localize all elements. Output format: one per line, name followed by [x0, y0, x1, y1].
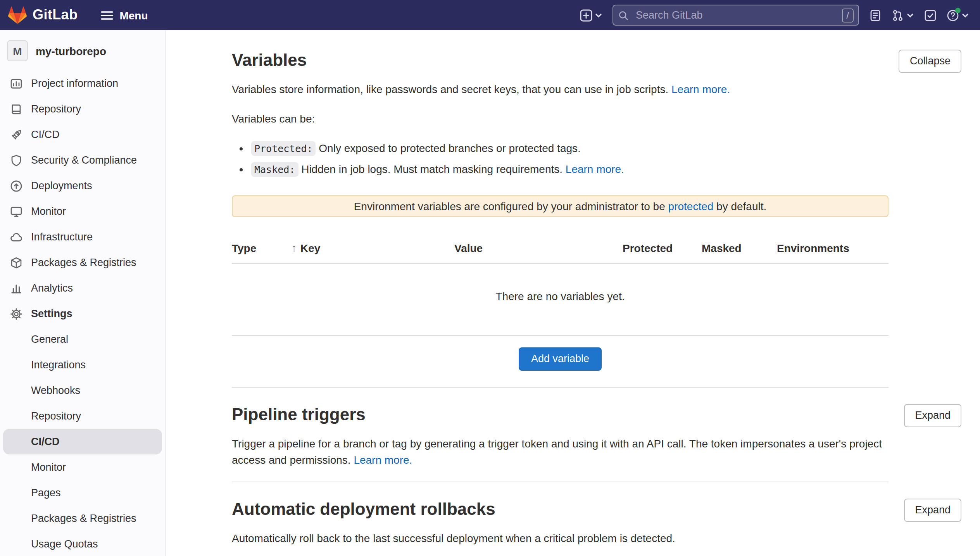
gitlab-app: GitLab Menu [0, 0, 980, 556]
variables-learn-more-link[interactable]: Learn more. [671, 83, 730, 95]
global-search[interactable]: / [612, 5, 859, 26]
sidebar-item-label: Infrastructure [31, 231, 93, 243]
sidebar-subitem-packages-registries[interactable]: Packages & Registries [0, 506, 165, 531]
masked-code-chip: Masked: [251, 162, 298, 177]
sidebar-subitem-repository[interactable]: Repository [0, 403, 165, 429]
protected-by-default-alert: Environment variables are configured by … [232, 195, 889, 217]
gitlab-wordmark: GitLab [33, 7, 78, 23]
sidebar-subitem-general[interactable]: General [0, 326, 165, 352]
shield-icon [10, 154, 22, 166]
variables-table-header: Type ↑ Key Value Protected Masked Enviro… [232, 233, 889, 263]
column-header-type: Type [232, 242, 292, 254]
new-menu-button[interactable] [580, 9, 602, 21]
protected-bullet-text: Only exposed to protected branches or pr… [319, 142, 581, 154]
help-menu-button[interactable] [947, 9, 969, 21]
variables-intro-text: Variables store information, like passwo… [232, 83, 668, 95]
chevron-down-icon [595, 11, 602, 19]
variables-section: Variables Variables store information, l… [232, 50, 961, 387]
sidebar-item-deployments[interactable]: Deployments [0, 173, 165, 199]
section-divider [232, 481, 889, 482]
variables-can-be-label: Variables can be: [232, 111, 889, 127]
column-header-protected: Protected [623, 242, 702, 254]
alert-text: by default. [716, 200, 766, 212]
expand-rollbacks-button[interactable]: Expand [904, 498, 961, 521]
sidebar-item-project-information[interactable]: Project information [0, 71, 165, 96]
issues-button[interactable] [869, 9, 882, 21]
project-name: my-turborepo [36, 45, 106, 57]
project-avatar: M [7, 40, 28, 61]
expand-pipeline-triggers-button[interactable]: Expand [904, 404, 961, 427]
column-header-masked: Masked [702, 242, 777, 254]
sidebar-item-packages-registries[interactable]: Packages & Registries [0, 250, 165, 275]
search-input[interactable] [634, 9, 836, 22]
chevron-down-icon [961, 11, 969, 19]
menu-label: Menu [119, 9, 148, 21]
sort-ascending-icon: ↑ [292, 242, 297, 254]
sidebar-item-settings[interactable]: Settings [0, 301, 165, 326]
sidebar-item-analytics[interactable]: Analytics [0, 275, 165, 301]
sidebar-item-repository[interactable]: Repository [0, 96, 165, 122]
deployments-icon [10, 180, 22, 192]
sidebar-item-label: Project information [31, 78, 118, 89]
sidebar-item-label: Repository [31, 103, 81, 115]
sidebar-item-label: Packages & Registries [31, 257, 136, 268]
menu-icon [101, 9, 113, 21]
sidebar-subitem-monitor[interactable]: Monitor [0, 454, 165, 480]
main-content: Variables Variables store information, l… [166, 30, 980, 556]
sidebar-item-label: Security & Compliance [31, 154, 137, 166]
protected-code-chip: Protected: [251, 141, 316, 156]
pipeline-triggers-description: Trigger a pipeline for a branch or tag b… [232, 435, 889, 468]
settings-subnav: General Integrations Webhooks Repository… [0, 326, 165, 556]
notification-dot [955, 7, 961, 13]
rollbacks-title: Automatic deployment rollbacks [232, 498, 889, 520]
column-header-key[interactable]: ↑ Key [292, 242, 454, 254]
sidebar-item-security-compliance[interactable]: Security & Compliance [0, 147, 165, 173]
pipeline-triggers-section: Pipeline triggers Trigger a pipeline for… [232, 404, 961, 482]
repository-icon [10, 103, 22, 115]
column-header-value: Value [454, 242, 623, 254]
rocket-icon [10, 128, 22, 141]
help-icon [947, 9, 959, 21]
empty-state-message: There are no variables yet. [232, 263, 889, 335]
sidebar-item-monitor[interactable]: Monitor [0, 199, 165, 224]
sidebar-item-cicd[interactable]: CI/CD [0, 122, 165, 147]
top-navbar: GitLab Menu [0, 0, 980, 30]
sidebar-item-infrastructure[interactable]: Infrastructure [0, 224, 165, 250]
topbar-actions: / [580, 5, 969, 26]
gitlab-tanuki-logo [8, 6, 27, 24]
sidebar-item-label: CI/CD [31, 129, 60, 140]
alert-protected-link[interactable]: protected [668, 200, 714, 212]
gear-icon [10, 307, 22, 320]
chevron-down-icon [906, 11, 914, 19]
analytics-icon [10, 282, 22, 294]
merge-request-icon [892, 9, 904, 21]
masked-learn-more-link[interactable]: Learn more. [566, 163, 624, 176]
sidebar-subitem-pages[interactable]: Pages [0, 480, 165, 506]
section-divider [232, 387, 889, 387]
sidebar-subitem-usage-quotas[interactable]: Usage Quotas [0, 531, 165, 556]
column-header-environments: Environments [777, 242, 889, 254]
search-icon [618, 10, 629, 21]
project-sidebar: M my-turborepo Project information Repos… [0, 30, 166, 556]
menu-button[interactable]: Menu [101, 9, 148, 21]
pipeline-triggers-learn-more-link[interactable]: Learn more. [354, 453, 412, 466]
sidebar-subitem-webhooks[interactable]: Webhooks [0, 378, 165, 403]
sidebar-project-link[interactable]: M my-turborepo [0, 37, 165, 71]
sidebar-subitem-cicd[interactable]: CI/CD [3, 429, 162, 454]
sidebar-item-label: Settings [31, 308, 72, 319]
sidebar-nav: Project information Repository CI/CD Sec… [0, 71, 165, 326]
gitlab-home-link[interactable]: GitLab [8, 6, 78, 24]
variables-bullet-list: Protected: Only exposed to protected bra… [232, 140, 889, 177]
add-variable-button[interactable]: Add variable [519, 347, 602, 370]
sidebar-subitem-integrations[interactable]: Integrations [0, 352, 165, 378]
package-icon [10, 256, 22, 269]
sidebar-item-label: Monitor [31, 205, 66, 217]
rollbacks-section: Automatic deployment rollbacks Automatic… [232, 498, 961, 556]
merge-requests-button[interactable] [892, 9, 914, 21]
alert-text: Environment variables are configured by … [354, 200, 665, 212]
collapse-button[interactable]: Collapse [899, 50, 961, 73]
todo-list-button[interactable] [924, 9, 937, 21]
variables-table: Type ↑ Key Value Protected Masked Enviro… [232, 233, 889, 387]
masked-bullet-text: Hidden in job logs. Must match masking r… [301, 163, 562, 176]
protected-bullet: Protected: Only exposed to protected bra… [251, 140, 889, 156]
